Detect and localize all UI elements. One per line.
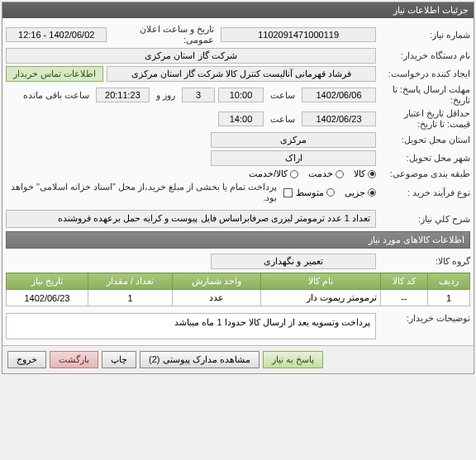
radio-goods-service[interactable]: کالا/خدمت [249, 168, 298, 179]
label-day-and: روز و [153, 90, 178, 101]
field-time-left: 20:11:23 [96, 88, 150, 102]
label-requester: ایجاد کننده درخواست: [379, 69, 470, 79]
exit-button[interactable]: خروج [7, 351, 46, 368]
radio-partial[interactable]: جزیی [345, 187, 376, 198]
field-valid-date: 1402/06/23 [302, 111, 376, 126]
need-details-panel: جزئیات اطلاعات نیاز شماره نياز: 11020914… [2, 2, 474, 374]
th-idx: ردیف [428, 273, 470, 290]
table-row[interactable]: 1 -- ترمومتر ریموت دار عدد 1 1402/06/23 [7, 290, 470, 306]
label-answer-deadline: مهلت ارسال پاسخ: تا تاریخ: [379, 84, 470, 106]
print-button[interactable]: چاپ [102, 351, 136, 368]
form-area: شماره نياز: 1102091471000119 تاریخ و ساع… [2, 18, 474, 345]
label-need-no: شماره نياز: [379, 30, 470, 40]
label-goods-group: گروه کالا: [379, 256, 470, 267]
th-qty: تعداد / مقدار [88, 273, 172, 290]
field-announce-dt: 1402/06/02 - 12:16 [6, 27, 107, 42]
field-goods-group: تعمیر و نگهداری [211, 254, 376, 269]
radio-service[interactable]: خدمت [308, 168, 344, 179]
radio-medium[interactable]: متوسط [296, 187, 335, 198]
cell-code: -- [380, 290, 427, 306]
label-city: شهر محل تحویل: [379, 153, 470, 164]
label-buyer-org: نام دستگاه خريدار: [379, 50, 470, 61]
field-state: مرکزی [211, 132, 376, 148]
view-docs-button[interactable]: مشاهده مدارک پیوستی (2) [140, 351, 259, 368]
label-saat-1: ساعت [267, 90, 298, 101]
label-need-desc: شرح كلي نياز: [379, 214, 470, 225]
respond-button[interactable]: پاسخ به نیاز [263, 351, 323, 368]
section-items-header: اطلاعات کالاهای مورد نیاز [6, 231, 470, 249]
back-button[interactable]: بازگشت [50, 351, 98, 368]
button-bar: پاسخ به نیاز مشاهده مدارک پیوستی (2) چاپ… [2, 345, 474, 373]
field-need-desc: تعداد 1 عدد ترمومتر لیزری صرفابراساس فای… [6, 210, 376, 228]
field-need-no: 1102091471000119 [221, 27, 376, 42]
field-requester: فرشاد قهرمانی آنالیست کنترل کالا شرکت گا… [107, 66, 376, 82]
field-valid-time: 14:00 [218, 111, 264, 126]
field-days-left: 3 [182, 88, 215, 102]
treasury-checkbox[interactable] [283, 188, 293, 197]
label-state: استان محل تحویل: [379, 135, 470, 145]
field-buyer-org: شرکت گاز استان مرکزی [6, 48, 376, 64]
field-deadline-date: 1402/06/06 [302, 88, 376, 102]
cell-name: ترمومتر ریموت دار [260, 290, 380, 306]
label-category: طبقه بندی موضوعی: [379, 168, 470, 179]
th-unit: واحد شمارش [173, 273, 261, 290]
label-saat-2: ساعت [267, 114, 298, 125]
field-city: اراک [211, 150, 376, 166]
label-remaining: ساعت باقی مانده [20, 90, 93, 101]
field-buyer-note: پرداخت وتسویه بعد از ارسال کالا حدودا 1 … [6, 313, 376, 339]
cell-idx: 1 [428, 290, 470, 306]
radio-dot-icon [336, 170, 344, 178]
category-radio-group: کالا خدمت کالا/خدمت [249, 168, 376, 179]
pay-note: پرداخت تمام یا بخشی از مبلغ خرید،از محل … [6, 182, 280, 203]
radio-dot-icon [326, 188, 335, 197]
field-deadline-time: 10:00 [218, 88, 264, 102]
label-valid-from: حداقل تاریخ اعتبارقیمت: تا تاریخ: [379, 108, 470, 130]
contact-buyer-button[interactable]: اطلاعات تماس خریدار [6, 66, 103, 82]
radio-dot-icon [290, 170, 298, 178]
radio-goods[interactable]: کالا [354, 168, 376, 179]
radio-dot-icon [368, 188, 376, 197]
panel-title: جزئیات اطلاعات نیاز [2, 2, 474, 18]
cell-unit: عدد [173, 290, 261, 306]
cell-qty: 1 [88, 290, 172, 306]
cell-date: 1402/06/23 [7, 290, 88, 306]
radio-dot-icon [368, 170, 376, 178]
th-name: نام کالا [260, 273, 380, 290]
th-date: تاریخ نیاز [7, 273, 88, 290]
label-purchase-type: نوع فرآیند خرید : [379, 187, 470, 198]
th-code: کد کالا [380, 273, 427, 290]
label-buyer-note: توضیحات خریدار: [379, 313, 470, 324]
label-announce-dt: تاریخ و ساعت اعلان عمومی: [110, 24, 217, 45]
items-table: ردیف کد کالا نام کالا واحد شمارش تعداد /… [6, 273, 470, 306]
purchase-type-radio-group: جزیی متوسط [296, 187, 376, 198]
